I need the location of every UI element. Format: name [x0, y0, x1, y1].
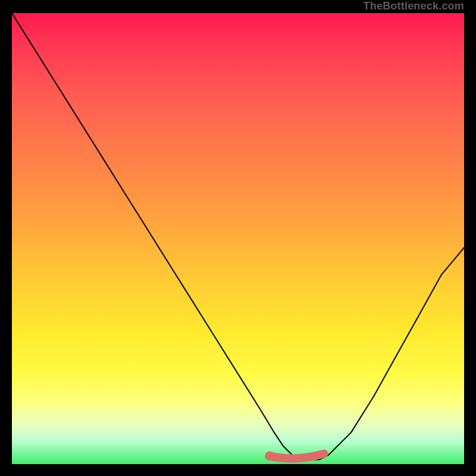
- optimum-dot: [265, 451, 274, 461]
- plot-area: [12, 13, 464, 464]
- optimum-range-mark: [270, 453, 324, 458]
- chart-frame: TheBottleneck.com: [12, 0, 464, 464]
- bottleneck-curve: [12, 13, 464, 459]
- bottleneck-curve-svg: [12, 13, 464, 464]
- watermark-text: TheBottleneck.com: [364, 0, 464, 13]
